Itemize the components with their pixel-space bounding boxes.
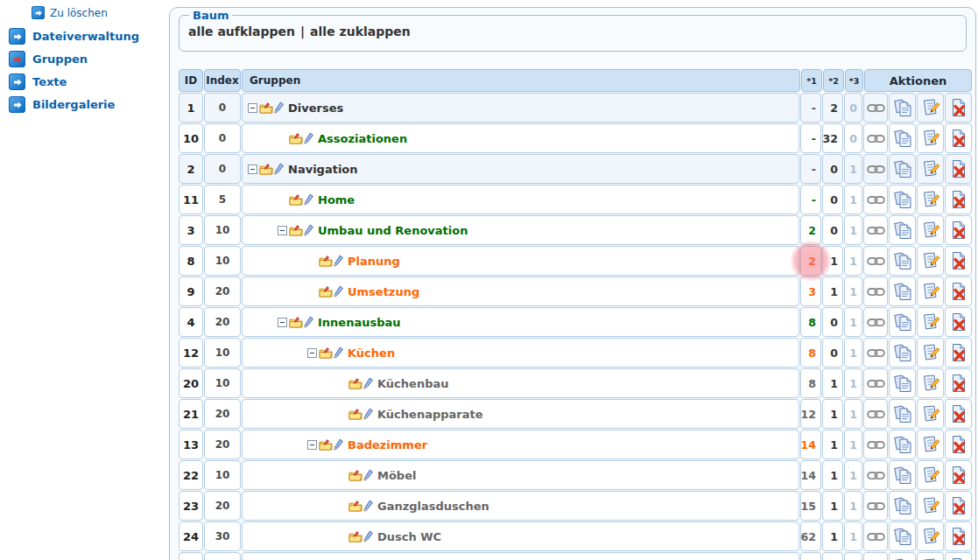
edit-action-button[interactable]	[917, 276, 944, 306]
collapse-toggle-icon[interactable]	[307, 348, 317, 358]
sidebar-item-bildergalerie[interactable]: Bildergalerie	[9, 96, 115, 113]
pen-icon[interactable]	[363, 500, 373, 512]
pen-icon[interactable]	[304, 224, 313, 236]
collapse-toggle-icon[interactable]	[278, 226, 287, 235]
pen-icon[interactable]	[334, 255, 343, 267]
group-label[interactable]: Umsetzung	[348, 285, 419, 298]
delete-action-button[interactable]	[945, 460, 972, 490]
delete-action-button[interactable]	[945, 93, 972, 122]
group-label[interactable]: Küchen	[348, 346, 395, 360]
delete-action-button[interactable]	[945, 430, 972, 459]
collapse-toggle-icon[interactable]	[278, 318, 287, 327]
delete-action-button[interactable]	[945, 307, 972, 337]
link-action-button[interactable]	[863, 307, 888, 337]
edit-action-button[interactable]	[917, 154, 944, 184]
edit-action-button[interactable]	[917, 522, 944, 551]
folder-icon[interactable]	[348, 378, 362, 389]
sidebar-item-texte[interactable]: Texte	[9, 74, 67, 90]
edit-action-button[interactable]	[917, 491, 944, 521]
expand-all-link[interactable]: alle aufklappen	[188, 24, 295, 38]
copy-action-button[interactable]	[889, 399, 916, 429]
edit-action-button[interactable]	[917, 460, 944, 490]
group-label[interactable]: Diverses	[288, 102, 343, 115]
delete-action-button[interactable]	[945, 491, 972, 521]
copy-action-button[interactable]	[889, 430, 916, 459]
folder-icon[interactable]	[319, 439, 333, 451]
copy-action-button[interactable]	[889, 185, 916, 214]
group-label[interactable]: Planung	[348, 255, 400, 268]
link-action-button[interactable]	[863, 522, 888, 551]
copy-action-button[interactable]	[889, 246, 916, 276]
pen-icon[interactable]	[363, 469, 373, 481]
folder-icon[interactable]	[319, 347, 333, 359]
pen-icon[interactable]	[274, 102, 284, 114]
edit-action-button[interactable]	[917, 552, 944, 560]
folder-icon[interactable]	[319, 256, 333, 267]
folder-icon[interactable]	[289, 194, 303, 206]
edit-action-button[interactable]	[917, 93, 944, 122]
group-label[interactable]: Dusch WC	[377, 530, 441, 543]
link-action-button[interactable]	[863, 552, 888, 560]
sidebar-item-dateiverwaltung[interactable]: Dateiverwaltung	[9, 28, 139, 45]
group-label[interactable]: Küchenapparate	[377, 408, 483, 421]
pen-icon[interactable]	[363, 408, 373, 420]
folder-icon[interactable]	[319, 286, 333, 298]
pen-icon[interactable]	[363, 530, 373, 542]
delete-action-button[interactable]	[945, 123, 972, 153]
link-action-button[interactable]	[863, 368, 888, 398]
folder-icon[interactable]	[289, 225, 303, 236]
link-action-button[interactable]	[863, 460, 888, 490]
link-action-button[interactable]	[863, 154, 888, 184]
copy-action-button[interactable]	[889, 338, 916, 368]
copy-action-button[interactable]	[889, 368, 916, 398]
pen-icon[interactable]	[274, 163, 284, 175]
link-action-button[interactable]	[863, 491, 888, 521]
folder-icon[interactable]	[348, 409, 362, 420]
pen-icon[interactable]	[304, 316, 313, 328]
edit-action-button[interactable]	[917, 307, 944, 337]
folder-icon[interactable]	[289, 317, 303, 328]
folder-icon[interactable]	[259, 164, 273, 175]
group-label[interactable]: Home	[318, 193, 355, 206]
folder-icon[interactable]	[348, 531, 362, 542]
link-action-button[interactable]	[863, 123, 888, 153]
copy-action-button[interactable]	[889, 491, 916, 521]
copy-action-button[interactable]	[889, 552, 916, 560]
copy-action-button[interactable]	[889, 460, 916, 490]
link-action-button[interactable]	[863, 430, 888, 459]
pen-icon[interactable]	[304, 193, 313, 206]
link-action-button[interactable]	[863, 185, 888, 214]
folder-icon[interactable]	[348, 500, 362, 512]
delete-action-button[interactable]	[945, 276, 972, 306]
copy-action-button[interactable]	[889, 123, 916, 153]
group-label[interactable]: Umbau und Renovation	[318, 224, 468, 237]
pen-icon[interactable]	[334, 285, 343, 298]
edit-action-button[interactable]	[917, 399, 944, 429]
group-label[interactable]: Badezimmer	[348, 438, 427, 452]
delete-action-button[interactable]	[945, 246, 972, 276]
link-action-button[interactable]	[863, 338, 888, 368]
pen-icon[interactable]	[334, 346, 343, 359]
copy-action-button[interactable]	[889, 93, 916, 122]
delete-action-button[interactable]	[945, 399, 972, 429]
collapse-toggle-icon[interactable]	[248, 103, 257, 113]
edit-action-button[interactable]	[917, 338, 944, 368]
delete-action-button[interactable]	[945, 215, 972, 245]
edit-action-button[interactable]	[917, 123, 944, 153]
delete-action-button[interactable]	[945, 552, 972, 560]
copy-action-button[interactable]	[889, 307, 916, 337]
delete-action-button[interactable]	[945, 338, 972, 368]
edit-action-button[interactable]	[917, 246, 944, 276]
collapse-all-link[interactable]: alle zuklappen	[310, 24, 411, 38]
delete-action-button[interactable]	[945, 185, 972, 214]
group-label[interactable]: Innenausbau	[318, 316, 401, 329]
group-label[interactable]: Küchenbau	[377, 377, 448, 390]
link-action-button[interactable]	[863, 276, 888, 306]
edit-action-button[interactable]	[917, 185, 944, 214]
folder-icon[interactable]	[348, 470, 362, 481]
link-action-button[interactable]	[863, 399, 888, 429]
group-label[interactable]: Ganzglasduschen	[377, 500, 489, 513]
group-label[interactable]: Möbel	[377, 469, 416, 482]
link-action-button[interactable]	[863, 93, 888, 122]
pen-icon[interactable]	[304, 132, 313, 144]
